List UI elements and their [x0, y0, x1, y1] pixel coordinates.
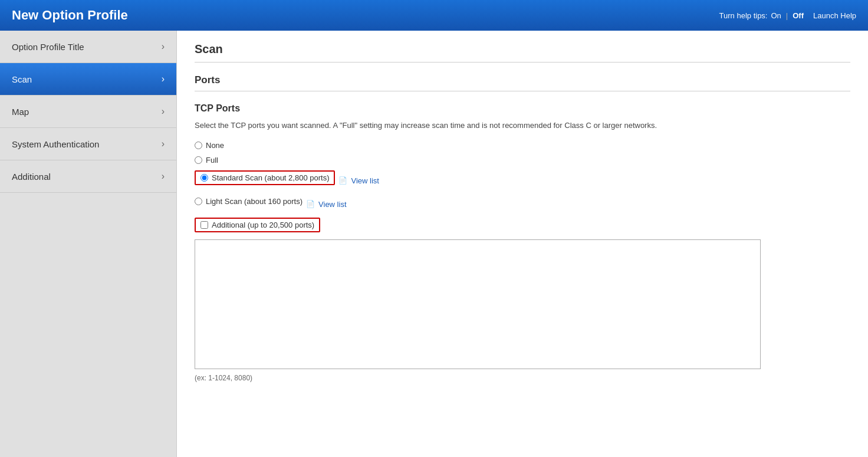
- tcp-ports-option-additional-row: Additional (up to 20,500 ports): [195, 218, 850, 236]
- tcp-ports-option-standard-row: Standard Scan (about 2,800 ports) 📄 View…: [195, 170, 850, 191]
- tcp-additional-highlighted-box: Additional (up to 20,500 ports): [195, 218, 320, 232]
- tcp-ports-title: TCP Ports: [195, 103, 850, 114]
- chevron-right-icon: ›: [162, 41, 165, 52]
- tcp-full-label: Full: [206, 156, 218, 165]
- header: New Option Profile Turn help tips: On | …: [0, 0, 868, 31]
- tcp-ports-option-light-row: Light Scan (about 160 ports) 📄 View list: [195, 197, 850, 212]
- ports-textarea[interactable]: [195, 239, 761, 369]
- section-heading-scan: Scan: [195, 42, 850, 63]
- page-title: New Option Profile: [12, 8, 128, 23]
- help-tips-off: Off: [793, 11, 804, 20]
- chevron-right-icon: ›: [162, 139, 165, 149]
- tcp-none-label: None: [206, 141, 224, 150]
- ports-section-title: Ports: [195, 74, 850, 91]
- help-tips-label: Turn help tips:: [719, 11, 768, 20]
- tcp-ports-description: Select the TCP ports you want scanned. A…: [195, 120, 850, 131]
- tcp-standard-label: Standard Scan (about 2,800 ports): [212, 173, 329, 182]
- ports-textarea-hint: (ex: 1-1024, 8080): [195, 374, 850, 382]
- sidebar-item-option-profile-title[interactable]: Option Profile Title ›: [0, 31, 176, 63]
- sidebar-item-label: System Authentication: [12, 139, 99, 149]
- chevron-right-icon: ›: [162, 74, 165, 84]
- main-content: Scan Ports TCP Ports Select the TCP port…: [177, 31, 868, 457]
- sidebar-item-system-authentication[interactable]: System Authentication ›: [0, 128, 176, 160]
- tcp-ports-option-none: None: [195, 141, 850, 150]
- tcp-full-radio[interactable]: [195, 156, 202, 164]
- standard-view-list-link[interactable]: View list: [351, 176, 379, 185]
- header-right: Turn help tips: On | Off Launch Help: [719, 11, 856, 20]
- tcp-light-option: Light Scan (about 160 ports): [195, 197, 303, 206]
- tcp-standard-radio[interactable]: [200, 174, 208, 182]
- tcp-none-radio[interactable]: [195, 142, 202, 149]
- tcp-light-label: Light Scan (about 160 ports): [206, 197, 303, 206]
- sidebar-item-additional[interactable]: Additional ›: [0, 160, 176, 193]
- sidebar-item-scan[interactable]: Scan ›: [0, 63, 176, 96]
- sidebar-item-label: Option Profile Title: [12, 42, 84, 52]
- chevron-right-icon: ›: [162, 171, 165, 182]
- sidebar-item-label: Additional: [12, 172, 51, 182]
- chevron-right-icon: ›: [162, 106, 165, 117]
- launch-help-link[interactable]: Launch Help: [813, 11, 856, 20]
- tcp-standard-highlighted-box: Standard Scan (about 2,800 ports): [195, 170, 335, 185]
- sidebar: Option Profile Title › Scan › Map › Syst…: [0, 31, 177, 457]
- sidebar-item-label: Scan: [12, 74, 32, 84]
- tcp-ports-option-full: Full: [195, 156, 850, 165]
- sidebar-item-map[interactable]: Map ›: [0, 96, 176, 128]
- layout: Option Profile Title › Scan › Map › Syst…: [0, 31, 868, 457]
- ports-section: Ports TCP Ports Select the TCP ports you…: [195, 74, 850, 382]
- standard-scan-link-icon: 📄: [338, 176, 347, 185]
- tcp-additional-checkbox[interactable]: [200, 221, 208, 229]
- tcp-light-radio[interactable]: [195, 198, 202, 205]
- tcp-ports-subsection: TCP Ports Select the TCP ports you want …: [195, 103, 850, 382]
- tcp-additional-label: Additional (up to 20,500 ports): [212, 221, 314, 229]
- divider: |: [786, 11, 788, 20]
- light-view-list-link[interactable]: View list: [318, 200, 346, 209]
- help-tips-on-link[interactable]: On: [771, 11, 781, 20]
- sidebar-item-label: Map: [12, 107, 29, 117]
- light-scan-link-icon: 📄: [306, 200, 315, 208]
